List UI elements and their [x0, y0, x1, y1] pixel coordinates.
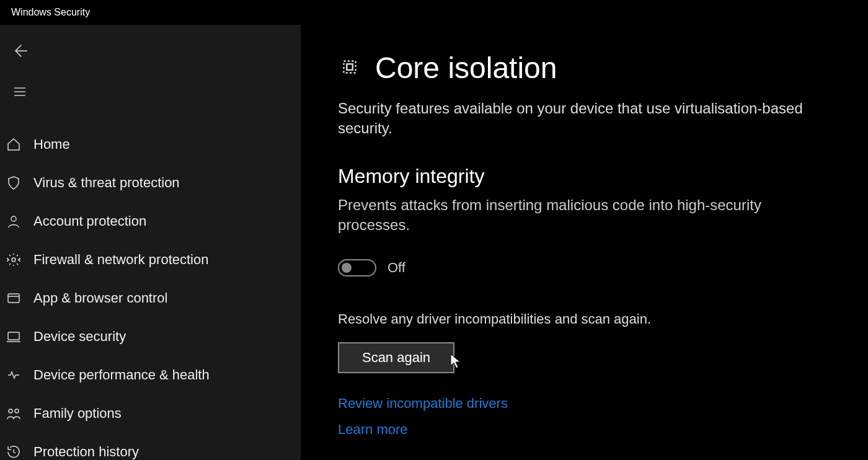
- sidebar-item-account-protection[interactable]: Account protection: [0, 202, 301, 241]
- title-bar: Windows Security: [0, 0, 868, 25]
- resolve-instruction: Resolve any driver incompatibilities and…: [338, 311, 831, 327]
- sidebar-item-label: Device performance & health: [33, 367, 210, 383]
- svg-rect-12: [347, 64, 353, 70]
- memory-integrity-toggle[interactable]: [338, 259, 376, 276]
- account-icon: [5, 213, 22, 230]
- learn-more-link[interactable]: Learn more: [338, 422, 408, 438]
- sidebar-item-app-browser[interactable]: App & browser control: [0, 279, 301, 317]
- firewall-icon: [5, 251, 22, 268]
- back-button[interactable]: [5, 37, 35, 67]
- app-control-icon: [5, 290, 22, 307]
- home-icon: [5, 136, 22, 153]
- sidebar-item-label: Home: [33, 136, 70, 153]
- scan-again-button[interactable]: Scan again: [338, 342, 454, 373]
- history-icon: [5, 443, 22, 460]
- sidebar: Home Virus & threat protection Account p…: [0, 25, 301, 460]
- back-arrow-icon: [11, 42, 29, 62]
- hamburger-icon: [12, 84, 27, 102]
- hamburger-button[interactable]: [5, 78, 35, 108]
- app-title: Windows Security: [11, 7, 90, 18]
- svg-point-3: [11, 216, 16, 221]
- toggle-state-label: Off: [388, 260, 405, 276]
- svg-point-9: [9, 409, 12, 413]
- svg-point-4: [12, 258, 16, 262]
- sidebar-item-label: App & browser control: [33, 290, 167, 306]
- sidebar-item-home[interactable]: Home: [0, 125, 301, 164]
- page-title: Core isolation: [375, 51, 557, 85]
- sidebar-item-label: Firewall & network protection: [33, 252, 208, 268]
- device-security-icon: [5, 328, 22, 345]
- sidebar-item-label: Device security: [33, 329, 126, 345]
- sidebar-item-label: Account protection: [33, 213, 146, 229]
- svg-rect-7: [8, 332, 19, 340]
- main-content: Core isolation Security features availab…: [301, 25, 868, 460]
- sidebar-item-performance-health[interactable]: Device performance & health: [0, 356, 301, 394]
- nav: Home Virus & threat protection Account p…: [0, 125, 301, 460]
- sidebar-item-label: Family options: [33, 405, 122, 422]
- memory-integrity-heading: Memory integrity: [338, 165, 831, 188]
- svg-point-10: [15, 409, 19, 413]
- sidebar-item-family-options[interactable]: Family options: [0, 394, 301, 433]
- sidebar-item-label: Protection history: [33, 444, 139, 460]
- family-icon: [5, 405, 22, 422]
- svg-rect-5: [8, 294, 19, 303]
- memory-integrity-description: Prevents attacks from inserting maliciou…: [338, 195, 784, 236]
- page-subtitle: Security features available on your devi…: [338, 99, 809, 139]
- review-drivers-link[interactable]: Review incompatible drivers: [338, 396, 508, 412]
- svg-rect-11: [344, 61, 356, 73]
- sidebar-item-label: Virus & threat protection: [33, 175, 180, 191]
- sidebar-item-virus-threat[interactable]: Virus & threat protection: [0, 164, 301, 202]
- sidebar-item-protection-history[interactable]: Protection history: [0, 433, 301, 460]
- toggle-knob: [342, 263, 352, 273]
- shield-icon: [5, 174, 22, 192]
- sidebar-item-device-security[interactable]: Device security: [0, 317, 301, 356]
- health-icon: [5, 366, 22, 384]
- core-isolation-icon: [338, 55, 361, 81]
- sidebar-item-firewall[interactable]: Firewall & network protection: [0, 241, 301, 279]
